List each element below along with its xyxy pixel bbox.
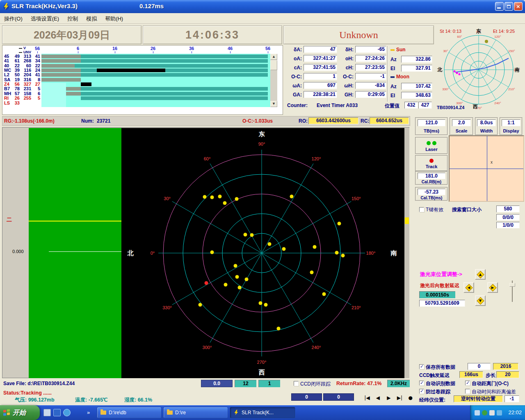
scroll-down-button[interactable]: ▼	[270, 101, 277, 107]
scroll-up-button[interactable]: ▲	[270, 54, 277, 60]
step-value[interactable]: 20	[496, 371, 519, 378]
scale-value-field[interactable]: 2.0	[452, 119, 471, 126]
record-button[interactable]: ●	[406, 395, 415, 401]
satellite-row[interactable]: MC3911624	[2, 68, 41, 73]
display-value-field[interactable]: 1:1	[502, 119, 520, 126]
beam-up-button[interactable]: ▲	[475, 269, 486, 280]
restore-button[interactable]	[504, 2, 513, 11]
counter-a-field[interactable]: 0/0/0	[496, 214, 520, 221]
sun-el-label: El	[390, 66, 395, 71]
window-title: SLR Track(KHz,Ver3.3)	[11, 2, 78, 9]
taskbar-task-folder-db[interactable]: D:\re\db	[97, 407, 162, 418]
echo-dot	[259, 301, 262, 305]
count-field-1[interactable]: 12	[235, 380, 256, 387]
tray-input-icon[interactable]	[475, 410, 480, 415]
slider-handle[interactable]	[509, 283, 515, 287]
mount-rotation-button[interactable]: 逆时针转动位置	[454, 395, 503, 402]
plot-side-strip[interactable]	[404, 128, 409, 378]
beam-slider[interactable]	[508, 280, 517, 303]
latency-readout: 0.127ms	[139, 2, 164, 9]
checkbox-auto-offset[interactable]	[465, 389, 470, 394]
histogram-scrollbar[interactable]: ▲ ▼	[270, 54, 277, 107]
quicklaunch-keyboard-icon[interactable]	[43, 409, 51, 416]
satellite-row[interactable]: RI262555	[2, 96, 41, 100]
checkbox-auto-gate[interactable]	[465, 381, 470, 386]
offset-field[interactable]: 0.0	[201, 380, 233, 387]
menu-item-5[interactable]: 帮助(H)	[101, 13, 127, 23]
ccd-view[interactable]: x	[449, 135, 524, 202]
task-label: SLR Track(K...	[242, 410, 274, 415]
beam-left-button[interactable]: ◀	[463, 282, 474, 293]
hist-bar	[66, 92, 81, 96]
sky-degree-label: 60°	[457, 35, 462, 39]
width-value-field[interactable]: 8.0us	[477, 119, 496, 126]
first-button[interactable]: |◀	[363, 395, 372, 401]
counter-b-field[interactable]: 1/0/0	[496, 222, 520, 228]
checkbox-antiwrap[interactable]	[419, 389, 424, 394]
tray-volume-icon[interactable]	[489, 410, 495, 415]
prev-button[interactable]: ◀	[373, 395, 382, 401]
satellite-row[interactable]: Z45632727	[2, 82, 41, 87]
save-count-field[interactable]: 0	[468, 363, 491, 370]
cal-tb-value[interactable]: -57.23	[418, 189, 445, 195]
taskbar-task-folder-re[interactable]: D:\re	[163, 407, 228, 418]
sky-sat-dot	[459, 73, 461, 75]
degree-label: 300°	[203, 345, 212, 350]
strip-marker[interactable]	[405, 217, 409, 224]
search-window-value[interactable]: 580	[496, 205, 520, 212]
checkbox-t-key[interactable]	[419, 207, 424, 212]
satellite-row[interactable]: 40226022	[2, 64, 41, 68]
beam-right-button[interactable]: ▶	[487, 282, 498, 293]
satellite-row[interactable]: 416126834	[2, 59, 41, 63]
echo-dot	[235, 275, 239, 279]
echo-dot	[322, 292, 326, 296]
satellite-row[interactable]: L25020441	[2, 73, 41, 77]
satellite-row[interactable]: LS33	[2, 101, 41, 105]
start-button[interactable]: 开始	[0, 405, 40, 420]
tray-network-icon[interactable]	[497, 410, 502, 415]
counter-label: Counter:	[287, 103, 308, 108]
auto-gate-label: 自动距离门(O-C)	[472, 380, 509, 387]
next-button[interactable]: ▶	[384, 395, 393, 401]
cal-rb-value[interactable]: 181.0	[418, 173, 445, 179]
menu-item-2[interactable]: 选项设置(E)	[27, 13, 63, 23]
checkbox-save-all[interactable]	[419, 364, 424, 369]
telemetry-value: 0:29:05	[355, 91, 386, 98]
ccd-delay-value[interactable]: 166us	[459, 371, 483, 378]
task-label: D:\re\db	[109, 410, 126, 415]
khz-field[interactable]: 2.0KHz	[387, 380, 410, 387]
sky-radial	[479, 70, 496, 100]
checkbox-ccd-loop[interactable]	[294, 381, 299, 386]
quicklaunch-desktop-icon[interactable]	[53, 409, 61, 416]
menu-item-4[interactable]: 模拟	[82, 13, 101, 23]
count-field-2[interactable]: 1	[258, 380, 280, 387]
minimize-button[interactable]	[495, 2, 504, 11]
satellite-row[interactable]: MH571586	[2, 91, 41, 96]
save-year-field[interactable]: 2016	[493, 363, 518, 370]
backscatter-delay-value[interactable]: 0.000150s	[419, 291, 455, 298]
close-button[interactable]: ×	[514, 2, 523, 11]
mount-rotation-value[interactable]: -1	[504, 395, 519, 402]
satellite-row[interactable]: 454931341	[2, 54, 41, 59]
quicklaunch-overflow-chevron[interactable]: »	[87, 409, 90, 415]
auto-id-label: 自动识别数据	[426, 380, 455, 387]
checkbox-auto-id[interactable]	[419, 381, 424, 386]
telemetry-label: O-C:	[339, 74, 354, 80]
tray-antivirus-icon[interactable]	[482, 410, 487, 415]
num-value: 23721	[97, 118, 110, 124]
sky-radial	[449, 70, 479, 87]
tb-value-field[interactable]: 121.0	[418, 119, 445, 126]
polar-radial	[262, 253, 351, 305]
satellite-row[interactable]: B7782315	[2, 87, 41, 91]
num-label: Num:	[81, 118, 94, 124]
satellite-row[interactable]: SA193168	[2, 78, 41, 82]
quicklaunch-browser-icon[interactable]	[63, 409, 71, 416]
beam-down-button[interactable]: ▼	[475, 295, 486, 306]
restore-icon	[507, 5, 511, 8]
last-button[interactable]: ▶|	[395, 395, 404, 401]
hist-bar	[41, 73, 81, 77]
scroll-thumb[interactable]	[270, 60, 277, 70]
menu-item-1[interactable]: 操作(O)	[0, 13, 27, 23]
menu-item-3[interactable]: 控制	[63, 13, 82, 23]
taskbar-task-slr-track[interactable]: SLR Track(K...	[230, 407, 295, 418]
